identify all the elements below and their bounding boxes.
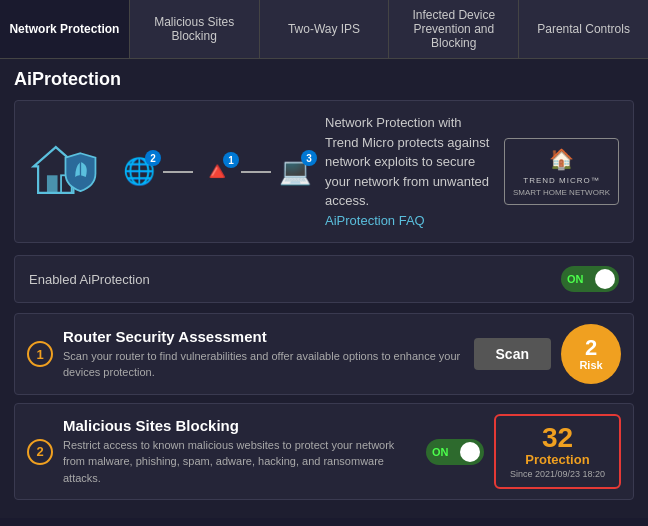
protection-badge: 32 Protection Since 2021/09/23 18:20: [494, 414, 621, 489]
router-num-badge: 1: [223, 152, 239, 168]
tab-two-way-ips[interactable]: Two-Way IPS: [260, 0, 390, 58]
toggle-knob: [595, 269, 615, 289]
main-content: AiProtection 🌐: [0, 59, 648, 518]
protection-label: Protection: [510, 452, 605, 467]
svg-rect-1: [47, 175, 58, 193]
feature-action-1: Scan 2 Risk: [474, 324, 621, 384]
feature-row-2: 2 Malicious Sites Blocking Restrict acce…: [14, 403, 634, 500]
line-1: [163, 171, 193, 173]
feature-content-1: Router Security Assessment Scan your rou…: [63, 328, 464, 381]
info-card: 🌐 2 🔺 1 💻 3: [14, 100, 634, 243]
feature-num-2: 2: [27, 439, 53, 465]
line-2: [241, 171, 271, 173]
malicious-toggle-knob: [460, 442, 480, 462]
enabled-row: Enabled AiProtection ON: [14, 255, 634, 303]
network-diagram: 🌐 2 🔺 1 💻 3: [123, 148, 311, 195]
feature-row-1: 1 Router Security Assessment Scan your r…: [14, 313, 634, 395]
tab-malicious-sites[interactable]: Malicious Sites Blocking: [130, 0, 260, 58]
aiprotection-toggle[interactable]: ON: [561, 266, 619, 292]
protection-since: Since 2021/09/23 18:20: [510, 469, 605, 479]
risk-badge: 2 Risk: [561, 324, 621, 384]
feature-action-2: ON 32 Protection Since 2021/09/23 18:20: [426, 414, 621, 489]
trend-logo: 🏠 TREND MICRO™ SMART HOME NETWORK: [504, 138, 619, 204]
feature-title-1: Router Security Assessment: [63, 328, 464, 345]
feature-num-1: 1: [27, 341, 53, 367]
protection-number: 32: [510, 424, 605, 452]
feature-desc-2: Restrict access to known malicious websi…: [63, 437, 416, 487]
tab-network-protection[interactable]: Network Protection: [0, 0, 130, 58]
house-shield-icon: [29, 140, 109, 204]
malicious-sites-toggle[interactable]: ON: [426, 439, 484, 465]
tab-infected-device[interactable]: Infected Device Prevention and Blocking: [389, 0, 519, 58]
scan-button[interactable]: Scan: [474, 338, 551, 370]
feature-desc-1: Scan your router to find vulnerabilities…: [63, 348, 464, 381]
faq-link[interactable]: AiProtection FAQ: [325, 213, 425, 228]
info-text: Network Protection with Trend Micro prot…: [325, 113, 490, 230]
enabled-label: Enabled AiProtection: [29, 272, 547, 287]
globe-num-badge: 2: [145, 150, 161, 166]
devices-num-badge: 3: [301, 150, 317, 166]
page-title: AiProtection: [14, 69, 634, 90]
tab-parental-controls[interactable]: Parental Controls: [519, 0, 648, 58]
feature-content-2: Malicious Sites Blocking Restrict access…: [63, 417, 416, 487]
nav-tabs: Network Protection Malicious Sites Block…: [0, 0, 648, 59]
feature-title-2: Malicious Sites Blocking: [63, 417, 416, 434]
